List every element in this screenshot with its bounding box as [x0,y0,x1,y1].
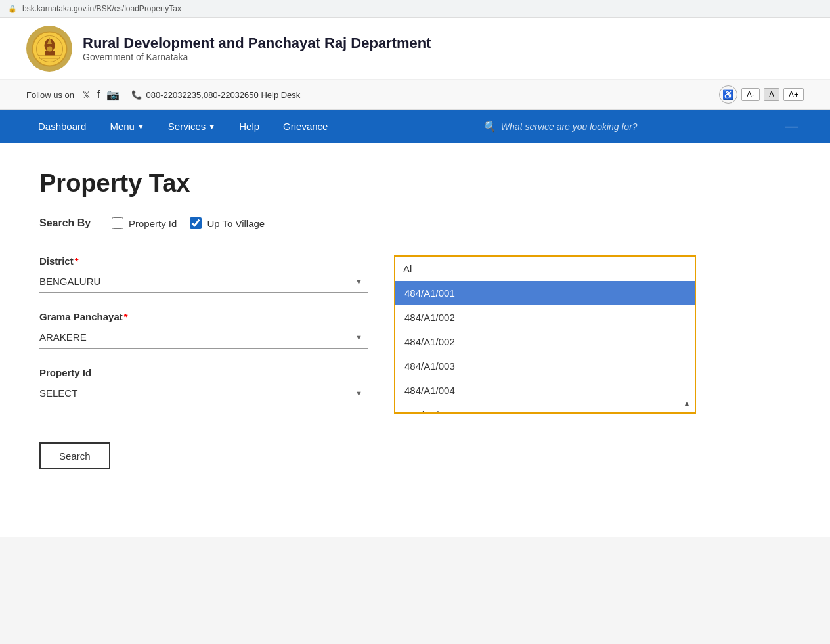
dropdown-list: 484/A1/001 484/A1/002 484/A1/002 484/A1/… [395,281,695,412]
dropdown-item[interactable]: 484/A1/005 [395,402,695,412]
nav-grievance[interactable]: Grievance [271,112,339,141]
district-label: District* [39,255,368,267]
nav-help[interactable]: Help [227,112,271,141]
menu-chevron-icon: ▼ [137,123,144,131]
nav-divider: — [780,110,804,143]
phone-number: 080-22032235,080-22032650 Help Desk [146,90,300,100]
facebook-icon[interactable]: f [97,89,100,100]
district-required: * [75,255,79,267]
font-controls: ♿ A- A A+ [719,85,804,104]
scroll-indicator: ▲ [683,399,691,408]
dropdown-item[interactable]: 484/A1/001 [395,281,695,305]
browser-url: bsk.karnataka.gov.in/BSK/cs/loadProperty… [22,4,181,13]
nav-search-icon: 🔍 [483,120,496,133]
nav-search-area: 🔍 What service are you looking for? [483,120,638,133]
dropdown-search-container: 484/A1/001 484/A1/002 484/A1/002 484/A1/… [394,255,696,414]
nav-dashboard[interactable]: Dashboard [26,112,98,141]
accessibility-icon[interactable]: ♿ [719,85,737,104]
twitter-icon[interactable]: 𝕏 [82,89,91,101]
district-group: District* BENGALURU [39,255,368,293]
up-to-village-checkbox-group: Up To Village [190,217,265,229]
property-id-label: Property Id [39,367,368,378]
follow-label: Follow us on [26,90,74,100]
grama-panchayat-select[interactable]: ARAKERE [39,326,368,349]
dropdown-search-input[interactable] [395,257,695,281]
svg-point-5 [47,46,52,51]
department-name: Rural Development and Panchayat Raj Depa… [83,35,431,52]
dropdown-item[interactable]: 484/A1/002 [395,305,695,330]
district-select[interactable]: BENGALURU [39,270,368,293]
dropdown-item[interactable]: 484/A1/003 [395,354,695,378]
dropdown-item[interactable]: 484/A1/002 [395,330,695,354]
district-select-wrapper: BENGALURU [39,270,368,293]
form-area: District* BENGALURU Grama Panchayat* ARA… [39,255,791,423]
property-id-select[interactable]: SELECT [39,382,368,404]
property-id-checkbox-group: Property Id [112,217,177,229]
search-button[interactable]: Search [39,442,110,469]
government-logo [26,26,72,72]
gp-required: * [124,311,128,322]
nav-menu[interactable]: Menu ▼ [98,112,156,141]
social-icons: 𝕏 f 📷 📞 080-22032235,080-22032650 Help D… [82,89,300,101]
up-to-village-checkbox-label: Up To Village [207,218,265,229]
search-by-row: Search By Property Id Up To Village [39,217,791,229]
grama-panchayat-group: Grama Panchayat* ARAKERE [39,311,368,349]
government-name: Government of Karnataka [83,52,431,62]
form-left: District* BENGALURU Grama Panchayat* ARA… [39,255,368,423]
nav-search-placeholder: What service are you looking for? [501,121,638,132]
font-minus-button[interactable]: A- [741,88,760,101]
dropdown-item[interactable]: 484/A1/004 [395,378,695,402]
form-right: 484/A1/001 484/A1/002 484/A1/002 484/A1/… [394,255,703,414]
font-normal-button[interactable]: A [764,88,779,101]
nav-services[interactable]: Services ▼ [156,112,227,141]
search-by-label: Search By [39,217,98,229]
property-id-select-wrapper: SELECT [39,382,368,404]
property-id-checkbox-label: Property Id [129,218,177,229]
browser-bar: 🔒 bsk.karnataka.gov.in/BSK/cs/loadProper… [0,0,830,18]
header-title: Rural Development and Panchayat Raj Depa… [83,35,431,62]
grama-panchayat-label: Grama Panchayat* [39,311,368,322]
up-to-village-checkbox[interactable] [190,217,202,229]
follow-bar: Follow us on 𝕏 f 📷 📞 080-22032235,080-22… [0,80,830,110]
instagram-icon[interactable]: 📷 [106,89,120,101]
property-id-group: Property Id SELECT [39,367,368,404]
services-chevron-icon: ▼ [208,123,215,131]
phone-icon: 📞 [131,90,142,100]
grama-panchayat-select-wrapper: ARAKERE [39,326,368,349]
phone-info: 📞 080-22032235,080-22032650 Help Desk [131,90,300,100]
main-content: Property Tax Search By Property Id Up To… [0,143,830,537]
property-id-checkbox[interactable] [112,217,123,229]
lock-icon: 🔒 [8,5,17,13]
font-plus-button[interactable]: A+ [783,88,804,101]
nav-bar: Dashboard Menu ▼ Services ▼ Help Grievan… [0,110,830,143]
logo-area: Rural Development and Panchayat Raj Depa… [26,26,431,72]
top-header: Rural Development and Panchayat Raj Depa… [0,18,830,80]
page-title: Property Tax [39,169,791,198]
